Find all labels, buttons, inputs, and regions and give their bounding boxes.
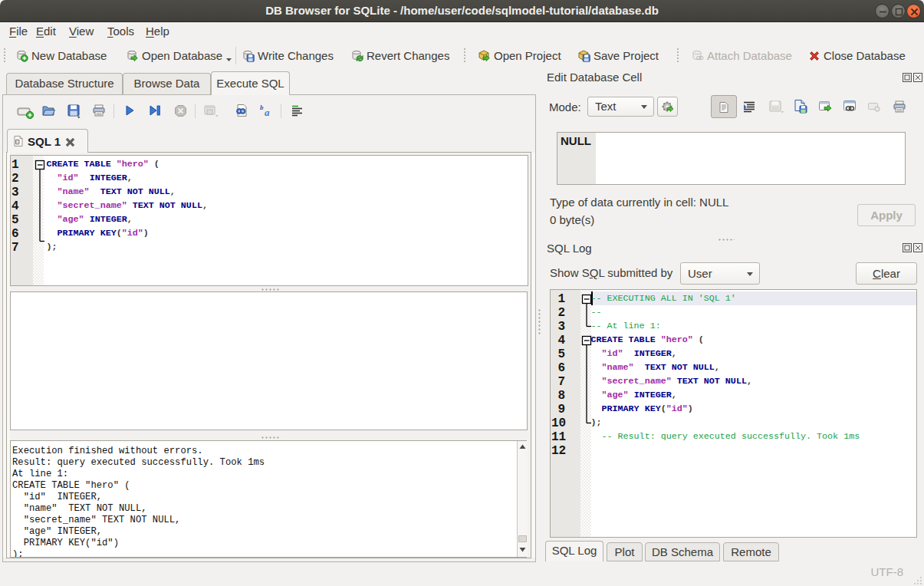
svg-text:a: a (265, 107, 270, 117)
svg-text:b: b (260, 104, 264, 111)
